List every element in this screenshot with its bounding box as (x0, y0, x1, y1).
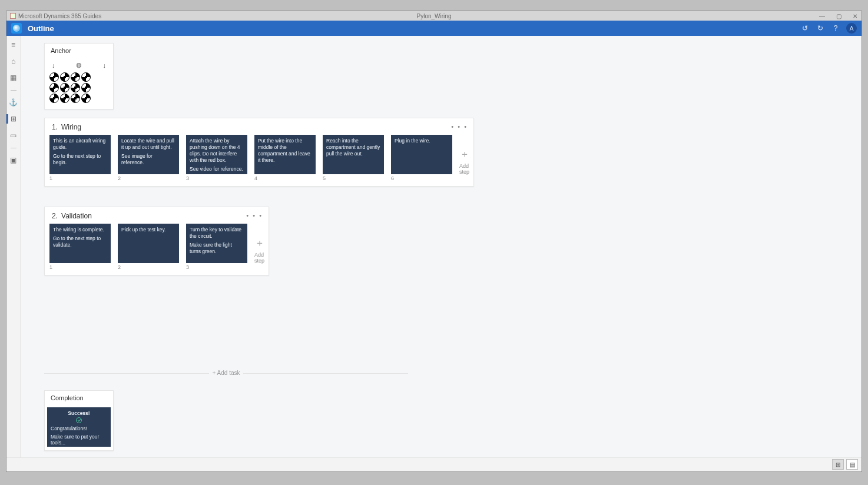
step-card[interactable]: Plug in the wire. (391, 135, 452, 174)
maximize-button[interactable]: ▢ (834, 13, 843, 19)
step-number: 4 (254, 175, 316, 181)
step-number: 3 (186, 264, 247, 270)
grid-view-button[interactable]: ⊞ (832, 459, 844, 470)
step-number: 3 (186, 175, 247, 181)
step-number: 1 (49, 175, 111, 181)
section-title: Outline (28, 24, 54, 33)
success-label: Success! (51, 410, 107, 416)
add-task-button[interactable]: + Add task (44, 370, 408, 376)
rail-divider (8, 147, 19, 149)
plus-icon: ＋ (255, 237, 264, 250)
app-icon (10, 13, 16, 19)
check-icon (76, 417, 82, 423)
task-validation: 2. Validation • • • The wiring is comple… (44, 207, 862, 275)
anchor-card[interactable]: Anchor ↓ ◍ ↓ (44, 43, 114, 109)
anchor-preview: ↓ ◍ ↓ (45, 58, 113, 109)
step-card[interactable]: This is an aircraft wiring guide.Go to t… (49, 135, 111, 174)
step-card[interactable]: The wiring is complete.Go to the next st… (49, 224, 111, 263)
task-title[interactable]: Validation (61, 212, 92, 220)
redo-icon[interactable]: ↻ (816, 24, 825, 33)
product-logo-icon (11, 23, 22, 34)
anchor-arrow-icon: ↓ (52, 62, 55, 69)
step-number: 2 (118, 264, 179, 270)
command-bar: Outline ↺ ↻ ? A (6, 21, 862, 36)
outline-icon[interactable]: ⊞ (8, 114, 19, 124)
step-number: 2 (118, 175, 179, 181)
step-card[interactable]: Reach into the compartment and gently pu… (323, 135, 384, 174)
help-icon[interactable]: ? (831, 24, 840, 33)
step-card[interactable]: Put the wire into the middle of the comp… (254, 135, 316, 174)
minimize-button[interactable]: — (818, 13, 826, 19)
home-icon[interactable]: ⌂ (8, 56, 19, 67)
anchor-icon[interactable]: ⚓ (8, 97, 19, 108)
anchor-title: Anchor (45, 44, 113, 58)
completion-card[interactable]: Completion Success! Congratulations! Mak… (44, 390, 114, 451)
step-number: 5 (323, 175, 384, 181)
plus-icon: ＋ (460, 148, 469, 161)
add-step-button[interactable]: ＋Add step (459, 135, 469, 181)
step-number: 1 (49, 264, 111, 270)
step-card[interactable]: Turn the key to validate the circuit.Mak… (186, 224, 247, 263)
add-step-button[interactable]: ＋Add step (254, 224, 264, 270)
status-bar: ⊞ ▤ (6, 457, 862, 471)
left-rail: ≡ ⌂ ▦ ⚓ ⊞ ▭ ▣ ⓘ (6, 36, 21, 471)
step-card[interactable]: Locate the wire and pull it up and out u… (118, 135, 179, 174)
task-number: 1. (52, 123, 58, 131)
anchor-arrow-icon: ↓ (103, 62, 107, 69)
task-title[interactable]: Wiring (61, 123, 81, 131)
app-window: Microsoft Dynamics 365 Guides Pylon_Wiri… (6, 11, 862, 472)
canvas: Anchor ↓ ◍ ↓ 1. Wiring • (21, 36, 862, 457)
toolbox-icon[interactable]: ▣ (8, 155, 19, 165)
document-title: Pylon_Wiring (417, 13, 452, 19)
image-icon[interactable]: ▦ (8, 72, 19, 83)
task-wiring: 1. Wiring • • • This is an aircraft wiri… (44, 118, 862, 187)
undo-icon[interactable]: ↺ (800, 24, 810, 33)
task-more-icon[interactable]: • • • (451, 123, 468, 130)
step-card[interactable]: Pick up the test key. (118, 224, 179, 263)
rail-divider (8, 89, 19, 91)
step-number: 6 (391, 175, 452, 181)
detail-view-button[interactable]: ▤ (846, 459, 858, 470)
task-number: 2. (52, 212, 58, 220)
task-more-icon[interactable]: • • • (246, 212, 263, 219)
close-button[interactable]: ✕ (851, 13, 859, 19)
app-title: Microsoft Dynamics 365 Guides (18, 13, 101, 19)
completion-title: Completion (45, 391, 113, 405)
titlebar: Microsoft Dynamics 365 Guides Pylon_Wiri… (6, 11, 862, 21)
anchor-globe-icon: ◍ (76, 61, 82, 69)
hamburger-icon[interactable]: ≡ (8, 39, 19, 50)
user-avatar[interactable]: A (846, 23, 857, 34)
step-icon[interactable]: ▭ (8, 130, 19, 141)
completion-step[interactable]: Success! Congratulations! Make sure to p… (47, 407, 111, 447)
step-card[interactable]: Attach the wire by pushing down on the 4… (186, 135, 247, 174)
